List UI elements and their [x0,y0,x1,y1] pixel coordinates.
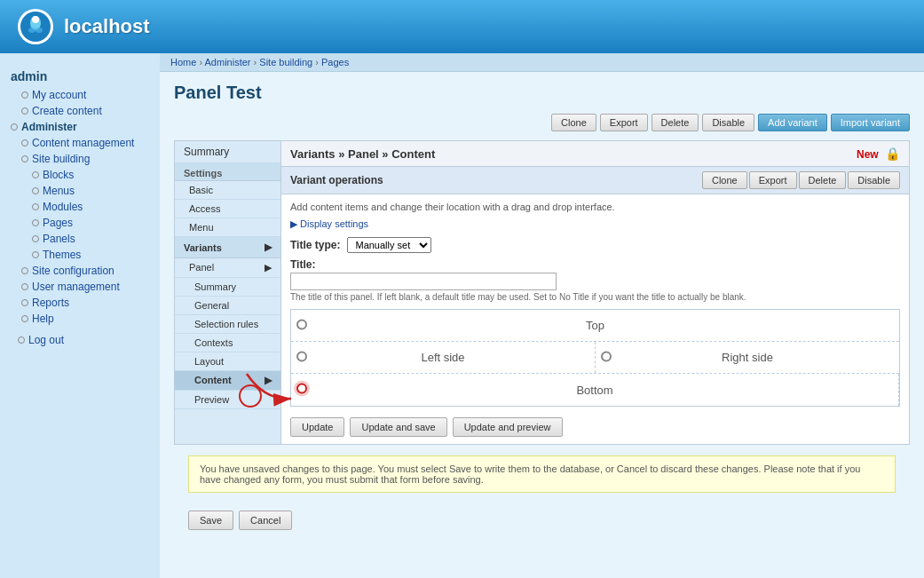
breadcrumb: Home › Administer › Site building › Page… [160,53,924,72]
lock-icon: 🔒 [885,146,900,161]
panel-header-right: New 🔒 [857,146,900,161]
panel-nav-panel-content[interactable]: Content ▶ [175,371,280,391]
panel-grid-row-bottom: Bottom [291,374,899,406]
page-title: Panel Test [174,83,910,103]
site-title: localhost [64,15,150,38]
bullet-icon [32,203,39,210]
panel-nav-panel-layout[interactable]: Layout [175,352,280,371]
disable-button[interactable]: Disable [702,114,754,131]
sidebar-item-blocks[interactable]: Blocks [0,167,160,183]
sidebar-item-pages[interactable]: Pages [0,215,160,231]
title-section: Title: The title of this panel. If left … [290,258,900,302]
radio-bottom[interactable] [296,384,307,394]
bullet-icon [32,235,39,242]
bottom-actions: Save Cancel [174,503,910,537]
bullet-icon [21,91,28,99]
panel-breadcrumb: Variants » Panel » Content [290,147,435,161]
panel-nav-variants-label: Variants [184,242,222,253]
sidebar-item-site-configuration[interactable]: Site configuration [0,263,160,279]
logo [18,9,53,44]
title-input[interactable] [290,273,557,290]
sidebar-item-create-content[interactable]: Create content [0,103,160,119]
sidebar-item-menus[interactable]: Menus [0,183,160,199]
panel-grid-container: Top Left side [290,309,900,407]
bullet-icon [18,337,25,344]
header: localhost [0,0,924,53]
save-button[interactable]: Save [188,511,233,530]
sidebar-item-modules[interactable]: Modules [0,199,160,215]
sidebar-item-my-account[interactable]: My account [0,87,160,103]
breadcrumb-site-building[interactable]: Site building [259,57,312,67]
clone-button[interactable]: Clone [551,114,596,131]
panel-nav-panel-preview[interactable]: Preview [175,391,280,409]
update-and-save-button[interactable]: Update and save [350,417,446,437]
update-button[interactable]: Update [290,417,344,437]
title-type-label: Title type: [290,239,340,251]
variant-ops-buttons: Clone Export Delete Disable [702,171,900,189]
panel-nav-summary[interactable]: Summary [175,141,280,163]
bullet-icon [32,251,39,258]
panel-nav-basic[interactable]: Basic [175,181,280,200]
panel-nav-panel-summary[interactable]: Summary [175,278,280,297]
panel-nav-menu[interactable]: Menu [175,218,280,237]
sidebar: admin My account Create content Administ… [0,53,160,578]
panel-right-content: Variants » Panel » Content New 🔒 Variant… [281,141,909,444]
sidebar-item-themes[interactable]: Themes [0,247,160,263]
export-button[interactable]: Export [600,114,648,131]
panel-nav-access[interactable]: Access [175,200,280,218]
variant-delete-button[interactable]: Delete [799,171,847,189]
warning-box: You have unsaved changes to this page. Y… [188,455,896,493]
panel-content-header: Variants » Panel » Content New 🔒 [281,141,909,167]
variant-clone-button[interactable]: Clone [702,171,747,189]
panel-nav: Summary Settings Basic Access Menu Varia… [175,141,281,444]
variant-disable-button[interactable]: Disable [848,171,900,189]
sidebar-item-user-management[interactable]: User management [0,279,160,295]
add-variant-button[interactable]: Add variant [758,114,827,131]
svg-point-3 [28,28,36,33]
panel-grid-row-middle: Left side Right side [291,342,899,374]
radio-left[interactable] [296,351,307,361]
title-type-select[interactable]: Manually set From context No title [347,237,431,253]
radio-right[interactable] [601,351,612,361]
panel-nav-panel[interactable]: Panel ▶ [175,258,280,278]
panel-nav-panel-selection-rules[interactable]: Selection rules [175,315,280,334]
panel-nav-panel-general[interactable]: General [175,297,280,315]
variant-ops-title: Variant operations [290,174,383,186]
panel-nav-variants-section: Variants ▶ [175,237,280,258]
sidebar-item-site-building[interactable]: Site building [0,151,160,167]
sidebar-username: admin [0,62,160,87]
bullet-icon [32,219,39,226]
bullet-icon [21,107,28,115]
display-settings-link[interactable]: ▶ Display settings [290,218,368,229]
panel-nav-settings-section: Settings [175,163,280,181]
breadcrumb-pages[interactable]: Pages [321,57,349,67]
cancel-button[interactable]: Cancel [239,511,292,530]
import-variant-button[interactable]: Import variant [831,114,910,131]
panel-grid-label-bottom: Bottom [576,384,612,397]
sidebar-item-panels[interactable]: Panels [0,231,160,247]
bullet-icon [21,315,28,322]
variant-export-button[interactable]: Export [749,171,797,189]
update-and-preview-button[interactable]: Update and preview [453,417,563,437]
panel-container: Summary Settings Basic Access Menu Varia… [174,140,910,445]
breadcrumb-home[interactable]: Home [170,57,196,67]
page-layout: admin My account Create content Administ… [0,53,924,578]
bullet-icon [21,155,28,162]
sidebar-item-reports[interactable]: Reports [0,295,160,311]
sidebar-item-content-management[interactable]: Content management [0,135,160,151]
page-inner: Panel Test Clone Export Delete Disable A… [160,72,924,548]
panel-nav-variants-arrow: ▶ [265,241,272,253]
radio-top[interactable] [296,319,307,329]
panel-grid-cell-right: Right side [596,342,899,373]
breadcrumb-administer[interactable]: Administer [205,57,251,67]
bullet-icon [21,139,28,146]
panel-grid-radio-right [601,351,612,364]
delete-button[interactable]: Delete [652,114,699,131]
sidebar-item-logout[interactable]: Log out [0,332,160,348]
panel-grid: Top Left side [290,309,900,407]
panel-nav-panel-contexts[interactable]: Contexts [175,334,280,352]
sidebar-item-help[interactable]: Help [0,311,160,327]
svg-point-2 [32,16,39,23]
warning-text: You have unsaved changes to this page. Y… [200,463,860,485]
new-badge: New [857,148,879,161]
